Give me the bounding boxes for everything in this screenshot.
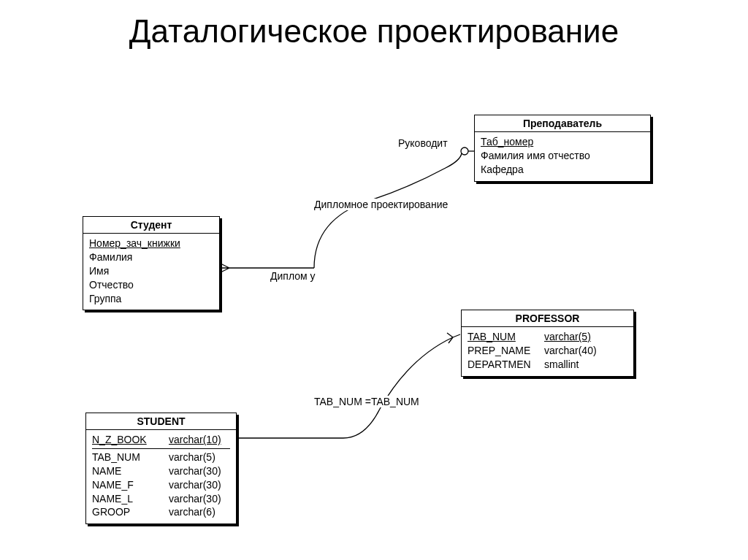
col-name: NAME_L xyxy=(92,492,169,506)
label-leads: Руководит xyxy=(398,137,448,149)
table-professor-body: TAB_NUMvarchar(5) PREP_NAMEvarchar(40) D… xyxy=(462,327,633,376)
attr: Отчество xyxy=(89,278,213,292)
table-student-header: STUDENT xyxy=(86,413,236,430)
attr: Группа xyxy=(89,292,213,306)
col-name: NAME_F xyxy=(92,478,169,492)
page-title: Даталогическое проектирование xyxy=(0,13,748,50)
label-join: TAB_NUM =TAB_NUM xyxy=(314,396,419,407)
entity-student: Студент Номер_зач_книжки Фамилия Имя Отч… xyxy=(83,216,220,310)
attr: Имя xyxy=(89,264,213,278)
entity-teacher-body: Таб_номер Фамилия имя отчество Кафедра xyxy=(475,132,650,181)
svg-point-0 xyxy=(461,147,468,155)
col-type: smallint xyxy=(544,358,579,372)
attr: Кафедра xyxy=(481,163,644,177)
attr: Фамилия xyxy=(89,250,213,264)
entity-student-header: Студент xyxy=(83,217,219,234)
col-type: varchar(5) xyxy=(169,450,215,464)
col-name: TAB_NUM xyxy=(92,450,169,464)
col-name: TAB_NUM xyxy=(468,330,544,344)
col-type: varchar(30) xyxy=(169,464,221,478)
attr: Номер_зач_книжки xyxy=(89,237,180,249)
label-diploma-design: Дипломное проектирование xyxy=(314,199,448,210)
col-type: varchar(30) xyxy=(169,492,221,506)
entity-teacher-header: Преподаватель xyxy=(475,115,650,132)
col-name: PREP_NAME xyxy=(468,344,544,358)
label-diploma-of: Диплом у xyxy=(270,270,316,282)
entity-student-body: Номер_зач_книжки Фамилия Имя Отчество Гр… xyxy=(83,234,219,310)
col-type: varchar(10) xyxy=(169,433,221,447)
col-type: varchar(6) xyxy=(169,505,215,519)
entity-teacher: Преподаватель Таб_номер Фамилия имя отче… xyxy=(474,115,651,182)
col-name: DEPARTMEN xyxy=(468,358,544,372)
col-name: N_Z_BOOK xyxy=(92,433,169,447)
col-type: varchar(40) xyxy=(544,344,597,358)
table-student-body: N_Z_BOOKvarchar(10) TAB_NUMvarchar(5) NA… xyxy=(86,430,236,523)
col-type: varchar(5) xyxy=(544,330,591,344)
col-name: GROOP xyxy=(92,505,169,519)
col-name: NAME xyxy=(92,464,169,478)
attr: Фамилия имя отчество xyxy=(481,149,644,163)
attr: Таб_номер xyxy=(481,136,533,147)
table-student: STUDENT N_Z_BOOKvarchar(10) TAB_NUMvarch… xyxy=(85,413,237,524)
table-professor: PROFESSOR TAB_NUMvarchar(5) PREP_NAMEvar… xyxy=(461,310,634,377)
table-professor-header: PROFESSOR xyxy=(462,310,633,327)
col-type: varchar(30) xyxy=(169,478,221,492)
